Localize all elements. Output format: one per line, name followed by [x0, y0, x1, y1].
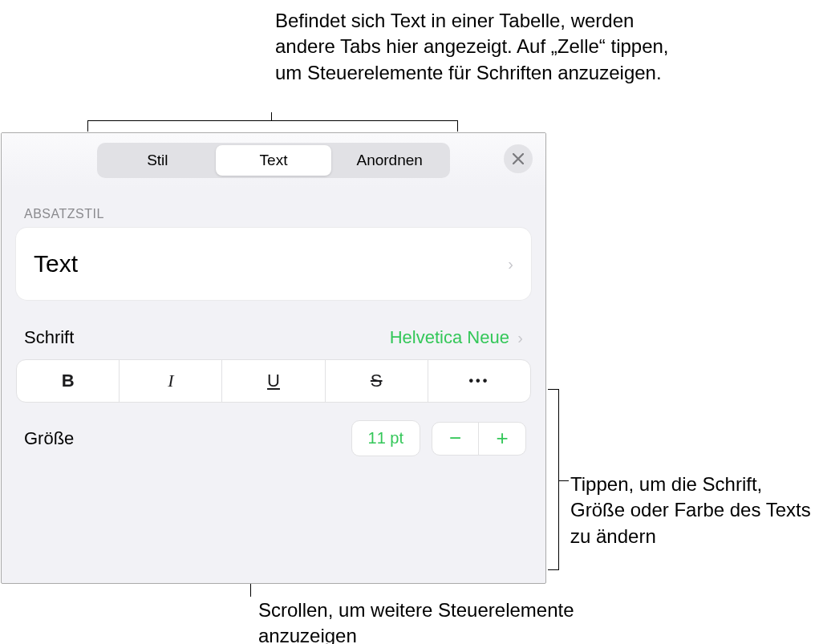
size-stepper: − + — [432, 422, 526, 456]
size-label: Größe — [24, 428, 351, 449]
font-label: Schrift — [24, 327, 74, 348]
callout-bracket-right — [548, 389, 559, 570]
tab-anordnen[interactable]: Anordnen — [331, 145, 448, 176]
callout-right: Tippen, um die Schrift, Größe oder Farbe… — [570, 472, 811, 549]
paragraph-style-label: Absatzstil — [2, 188, 545, 228]
more-options-button[interactable]: ••• — [428, 360, 530, 402]
segmented-control: Stil Text Anordnen — [97, 143, 450, 178]
paragraph-style-value: Text — [34, 250, 78, 277]
close-button[interactable] — [504, 144, 533, 173]
callout-bottom: Scrollen, um weitere Steuerelemente anzu… — [258, 597, 579, 644]
size-row: Größe 11 pt − + — [2, 403, 545, 472]
tab-stil[interactable]: Stil — [99, 145, 216, 176]
callout-top: Befindet sich Text in einer Tabelle, wer… — [275, 8, 676, 86]
italic-button[interactable]: I — [120, 360, 222, 402]
paragraph-style-card[interactable]: Text › — [16, 228, 531, 300]
format-button-group: B I U S ••• — [16, 359, 531, 403]
panel-header: Stil Text Anordnen — [2, 133, 545, 188]
size-increase-button[interactable]: + — [479, 423, 525, 455]
close-icon — [513, 153, 524, 164]
tab-text[interactable]: Text — [216, 145, 332, 176]
callout-bracket-top — [87, 120, 458, 132]
ellipsis-icon: ••• — [469, 374, 490, 388]
underline-button[interactable]: U — [222, 360, 325, 402]
font-value: Helvetica Neue — [390, 327, 509, 347]
format-panel: Stil Text Anordnen Absatzstil Text › Sch… — [1, 132, 546, 584]
size-decrease-button[interactable]: − — [432, 423, 479, 455]
chevron-right-icon: › — [517, 329, 523, 346]
font-row[interactable]: Schrift Helvetica Neue › — [2, 327, 545, 359]
bold-button[interactable]: B — [17, 360, 120, 402]
strikethrough-button[interactable]: S — [326, 360, 428, 402]
size-value-button[interactable]: 11 pt — [351, 420, 420, 456]
chevron-right-icon: › — [508, 255, 513, 273]
